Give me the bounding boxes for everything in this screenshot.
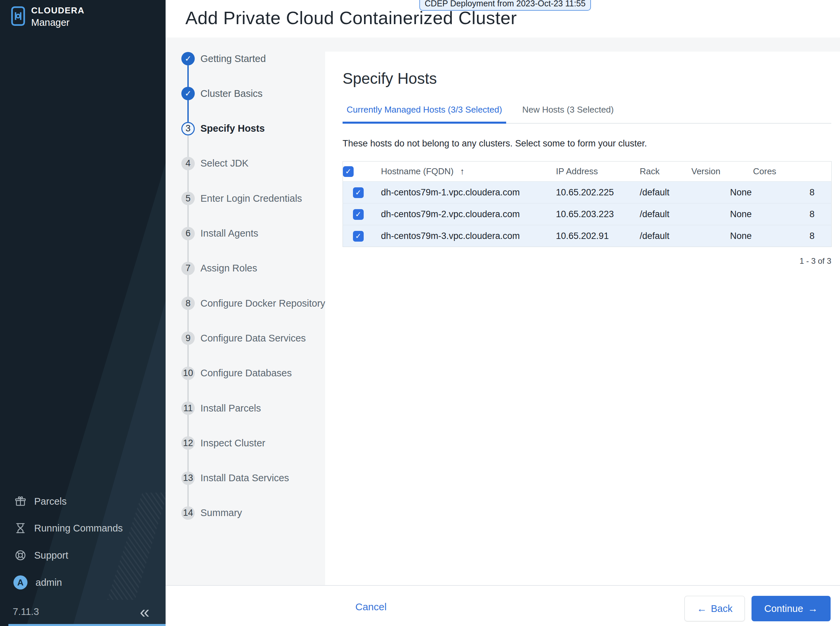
- cores-cell: 8: [753, 203, 832, 225]
- row-checkbox-cell: ✓: [343, 182, 374, 203]
- host-row: ✓dh-centos79m-2.vpc.cloudera.com10.65.20…: [343, 203, 832, 225]
- step-label: Configure Databases: [201, 368, 291, 379]
- ip-address-cell: 10.65.203.223: [550, 203, 634, 225]
- deployment-badge: CDEP Deployment from 2023-Oct-23 11:55: [419, 0, 591, 11]
- wizard-step-3[interactable]: 3Specify Hosts: [181, 111, 265, 146]
- continue-arrow-icon: →: [808, 603, 818, 614]
- column-header-version[interactable]: Version: [691, 161, 753, 182]
- pagination-label: 1 - 3 of 3: [343, 257, 831, 266]
- row-checkbox[interactable]: ✓: [353, 187, 364, 198]
- step-number: 12: [181, 436, 195, 450]
- step-number: 4: [181, 157, 195, 170]
- wizard-step-13: 13Install Data Services: [181, 461, 289, 496]
- version-cell: None: [691, 225, 753, 247]
- step-number: 8: [181, 297, 195, 310]
- column-header-rack[interactable]: Rack: [634, 161, 691, 182]
- row-checkbox[interactable]: ✓: [353, 231, 364, 242]
- step-label: Enter Login Credentials: [201, 193, 302, 204]
- step-number: 10: [181, 366, 195, 380]
- tab-new-hosts[interactable]: New Hosts (3 Selected): [518, 105, 618, 124]
- wizard-step-8: 8Configure Docker Repository: [181, 286, 325, 321]
- wizard-steps: ✓Getting Started✓Cluster Basics3Specify …: [166, 38, 325, 585]
- step-label: Getting Started: [201, 53, 266, 64]
- wizard-step-11: 11Install Parcels: [181, 391, 261, 426]
- step-label: Select JDK: [201, 158, 248, 169]
- hosts-description: These hosts do not belong to any cluster…: [343, 138, 831, 149]
- column-header-cores[interactable]: Cores: [753, 161, 832, 182]
- sidebar: CLOUDERA Manager Parcels: [0, 0, 166, 626]
- wizard-step-5: 5Enter Login Credentials: [181, 181, 302, 216]
- hourglass-icon: [14, 522, 27, 535]
- step-completed-check-icon: ✓: [181, 87, 195, 100]
- page-header: Add Private Cloud Containerized Cluster …: [166, 0, 840, 38]
- step-number: 14: [181, 506, 195, 520]
- tab-label: Currently Managed Hosts (3/3 Selected): [346, 105, 502, 114]
- specify-hosts-card: Specify Hosts Currently Managed Hosts (3…: [325, 52, 840, 585]
- sidebar-item-running-commands[interactable]: Running Commands: [0, 517, 166, 539]
- version-label: 7.11.3: [13, 606, 39, 617]
- collapse-sidebar-icon[interactable]: «: [140, 603, 149, 621]
- step-label: Configure Docker Repository: [201, 298, 325, 309]
- column-header-hostname[interactable]: Hostname (FQDN) ↑: [374, 161, 550, 182]
- wizard-step-1[interactable]: ✓Getting Started: [181, 41, 266, 76]
- rack-cell: /default: [634, 182, 691, 203]
- step-number: 7: [181, 262, 195, 275]
- step-label: Configure Data Services: [201, 333, 306, 344]
- column-header-ip-address[interactable]: IP Address: [550, 161, 634, 182]
- brand-name: CLOUDERA: [31, 5, 85, 16]
- step-label: Install Agents: [201, 228, 259, 239]
- wizard-step-4: 4Select JDK: [181, 146, 248, 181]
- rack-cell: /default: [634, 203, 691, 225]
- step-label: Summary: [201, 507, 242, 518]
- hostname-cell: dh-centos79m-1.vpc.cloudera.com: [374, 182, 550, 203]
- select-all-checkbox[interactable]: ✓: [343, 166, 354, 177]
- row-checkbox[interactable]: ✓: [353, 209, 364, 220]
- sidebar-item-label: Support: [34, 550, 68, 561]
- hosts-table: ✓ Hostname (FQDN) ↑ IP Address Rack Vers…: [343, 161, 832, 247]
- cores-cell: 8: [753, 225, 832, 247]
- continue-button[interactable]: Continue →: [752, 596, 831, 621]
- tab-label: New Hosts (3 Selected): [522, 105, 614, 114]
- wizard-step-9: 9Configure Data Services: [181, 321, 306, 355]
- host-row: ✓dh-centos79m-1.vpc.cloudera.com10.65.20…: [343, 182, 832, 203]
- row-checkbox-cell: ✓: [343, 225, 374, 247]
- username-label: admin: [36, 577, 62, 588]
- tab-currently-managed-hosts[interactable]: Currently Managed Hosts (3/3 Selected): [343, 105, 506, 124]
- sidebar-item-label: Running Commands: [34, 523, 123, 534]
- continue-button-label: Continue: [764, 603, 803, 614]
- column-header-label: Hostname (FQDN): [381, 166, 454, 176]
- sidebar-item-admin-user[interactable]: A admin: [0, 572, 166, 593]
- hostname-cell: dh-centos79m-2.vpc.cloudera.com: [374, 203, 550, 225]
- avatar: A: [13, 575, 28, 590]
- step-label: Inspect Cluster: [201, 438, 265, 449]
- parcel-icon: [14, 495, 27, 508]
- wizard-step-14: 14Summary: [181, 496, 242, 531]
- cancel-button[interactable]: Cancel: [355, 601, 387, 613]
- version-cell: None: [691, 182, 753, 203]
- step-label: Assign Roles: [201, 263, 257, 274]
- wizard-footer: Cancel ← Back Continue →: [166, 585, 840, 626]
- section-heading: Specify Hosts: [343, 69, 831, 88]
- step-number: 3: [181, 122, 195, 135]
- hostname-cell: dh-centos79m-3.vpc.cloudera.com: [374, 225, 550, 247]
- step-label: Cluster Basics: [201, 88, 262, 99]
- ip-address-cell: 10.65.202.91: [550, 225, 634, 247]
- step-label: Install Data Services: [201, 473, 289, 484]
- wizard-step-7: 7Assign Roles: [181, 251, 257, 286]
- back-button[interactable]: ← Back: [685, 596, 745, 621]
- step-number: 6: [181, 227, 195, 240]
- sidebar-item-support[interactable]: Support: [0, 545, 166, 566]
- version-cell: None: [691, 203, 753, 225]
- step-label: Specify Hosts: [201, 123, 265, 134]
- cores-cell: 8: [753, 182, 832, 203]
- wizard-step-2[interactable]: ✓Cluster Basics: [181, 76, 262, 111]
- sort-ascending-icon: ↑: [460, 166, 464, 176]
- step-number: 5: [181, 192, 195, 205]
- sidebar-item-parcels[interactable]: Parcels: [0, 491, 166, 512]
- hosts-table-header-row: ✓ Hostname (FQDN) ↑ IP Address Rack Vers…: [343, 161, 832, 182]
- back-button-label: Back: [711, 603, 732, 614]
- step-number: 11: [181, 401, 195, 415]
- brand-product: Manager: [31, 17, 85, 28]
- cloudera-manager-logo[interactable]: CLOUDERA Manager: [11, 5, 85, 28]
- step-completed-check-icon: ✓: [181, 52, 195, 65]
